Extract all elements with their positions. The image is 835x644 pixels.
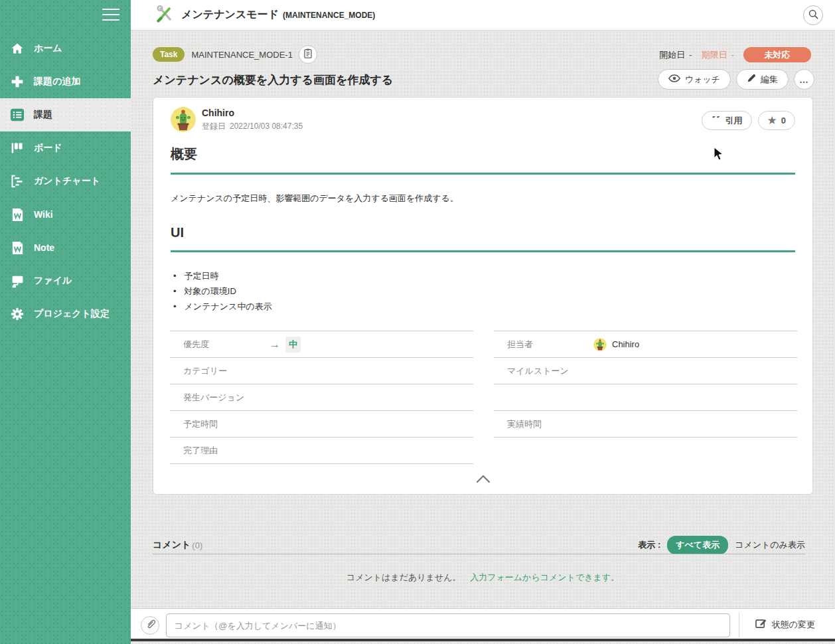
pencil-icon xyxy=(747,74,756,85)
sidebar: ホーム 課題の追加 課題 xyxy=(0,0,131,644)
clipboard-icon xyxy=(303,48,313,61)
more-button[interactable]: … xyxy=(794,69,814,90)
property-row-resolution: 完了理由 xyxy=(170,438,473,464)
property-row-assignee: 担当者 xyxy=(494,331,797,358)
eye-icon xyxy=(668,74,680,84)
sidebar-item-project-settings[interactable]: プロジェクト設定 xyxy=(0,297,131,331)
comments-filter: 表示 : すべて表示 コメントのみ表示 xyxy=(638,536,805,554)
sidebar-item-label: Wiki xyxy=(34,209,53,220)
sidebar-nav: ホーム 課題の追加 課題 xyxy=(0,32,131,331)
board-icon xyxy=(10,141,25,155)
issue-description-card: Chihiro 登録日2022/10/03 08:47:35 ” 引用 ★ 0 xyxy=(153,97,813,495)
author-block: Chihiro 登録日2022/10/03 08:47:35 xyxy=(202,107,303,132)
issue-type-badge: Task xyxy=(153,47,185,62)
card-actions: ” 引用 ★ 0 xyxy=(702,107,795,132)
properties-right-column: 担当者 xyxy=(494,331,797,464)
sidebar-item-wiki[interactable]: Wiki xyxy=(0,198,131,231)
sidebar-item-issues[interactable]: 課題 xyxy=(0,98,131,131)
watch-label: ウォッチ xyxy=(685,74,720,86)
author-avatar[interactable] xyxy=(171,107,196,132)
search-button[interactable] xyxy=(803,5,823,25)
overview-paragraph: メンテナンスの予定日時、影響範囲のデータを入力する画面を作成する。 xyxy=(171,193,795,204)
hamburger-menu-icon[interactable] xyxy=(102,9,119,22)
sidebar-item-home[interactable]: ホーム xyxy=(0,32,131,65)
property-row-estimated-hours: 予定時間 xyxy=(170,411,473,438)
filter-show-all-button[interactable]: すべて表示 xyxy=(667,536,728,554)
quote-button[interactable]: ” 引用 xyxy=(702,111,752,130)
comments-count: (0) xyxy=(192,540,202,550)
bullet-item: メンテナンス中の表示 xyxy=(173,301,272,311)
comment-form-link[interactable]: 入力フォームからコメントできます。 xyxy=(470,572,619,582)
section-heading-ui: UI xyxy=(171,225,795,240)
milestone-label: マイルストーン xyxy=(494,365,593,377)
status-badge[interactable]: 未対応 xyxy=(743,47,811,62)
star-button[interactable]: ★ 0 xyxy=(758,111,795,130)
comments-empty-state: コメントはまだありません。 入力フォームからコメントできます。 xyxy=(131,572,835,584)
home-icon xyxy=(10,41,25,56)
quote-icon: ” xyxy=(711,116,721,125)
assignee-value: Chihiro xyxy=(612,339,639,349)
issue-actions: ウォッチ 編集 … xyxy=(658,69,814,90)
due-date-value: - xyxy=(731,50,734,60)
issue-title-row: メンテナンスの概要を入力する画面を作成する ウォッチ xyxy=(153,69,814,90)
comment-input-bar: 状態の変更 xyxy=(131,608,835,641)
sidebar-item-label: プロジェクト設定 xyxy=(34,308,110,320)
app-window: ホーム 課題の追加 課題 xyxy=(0,0,835,644)
registered-row: 登録日2022/10/03 08:47:35 xyxy=(202,121,303,132)
star-icon: ★ xyxy=(767,115,777,126)
registered-label: 登録日 xyxy=(202,121,226,131)
properties-left-column: 優先度 → 中 カテゴリー 発生バージョン xyxy=(170,331,473,464)
status-change-label: 状態の変更 xyxy=(772,619,815,631)
sidebar-item-board[interactable]: ボード xyxy=(0,131,131,165)
properties-table: 優先度 → 中 カテゴリー 発生バージョン xyxy=(170,331,797,464)
empty-message: コメントはまだありません。 xyxy=(346,572,461,582)
property-row-priority: 優先度 → 中 xyxy=(170,331,473,358)
edit-button[interactable]: 編集 xyxy=(736,69,789,90)
estimated-hours-label: 予定時間 xyxy=(170,418,269,430)
assignee-avatar xyxy=(593,338,607,351)
note-document-icon xyxy=(10,240,25,255)
property-row-actual-hours: 実績時間 xyxy=(494,411,797,438)
sidebar-item-label: 課題 xyxy=(34,109,52,121)
filter-comments-only-button[interactable]: コメントのみ表示 xyxy=(735,539,805,551)
star-count: 0 xyxy=(781,116,786,125)
issue-detail-main: Task MAINTENANCE_MODE-1 開始日 - 期限日 - 未対応 xyxy=(131,31,835,644)
property-row-empty xyxy=(494,384,797,411)
gantt-chart-icon xyxy=(10,174,25,189)
issue-key-row: Task MAINTENANCE_MODE-1 開始日 - 期限日 - 未対応 xyxy=(153,45,813,64)
ellipsis-icon: … xyxy=(799,74,809,85)
chevron-up-icon xyxy=(476,474,491,486)
due-date-label: 期限日 xyxy=(702,49,727,61)
section-heading-overview: 概要 xyxy=(171,145,795,163)
watch-button[interactable]: ウォッチ xyxy=(658,69,731,90)
sidebar-item-gantt[interactable]: ガントチャート xyxy=(0,165,131,198)
ui-bullet-list: 予定日時 対象の環境ID メンテナンス中の表示 xyxy=(173,271,272,317)
issue-dates: 開始日 - 期限日 - 未対応 xyxy=(659,47,811,62)
category-label: カテゴリー xyxy=(170,365,269,377)
paperclip-icon xyxy=(145,619,155,632)
sidebar-item-label: ファイル xyxy=(34,275,72,287)
priority-arrow-icon: → xyxy=(269,339,280,351)
status-change-icon xyxy=(755,618,767,631)
bottom-strip xyxy=(131,639,835,641)
sidebar-item-note[interactable]: Note xyxy=(0,231,131,264)
search-icon xyxy=(808,9,819,23)
sidebar-item-add-issue[interactable]: 課題の追加 xyxy=(0,65,131,98)
bullet-item: 予定日時 xyxy=(173,271,272,281)
comment-input[interactable] xyxy=(166,613,730,637)
copy-key-button[interactable] xyxy=(299,45,317,64)
quote-label: 引用 xyxy=(725,115,743,127)
version-label: 発生バージョン xyxy=(170,392,269,404)
author-name: Chihiro xyxy=(202,108,303,118)
files-icon xyxy=(10,274,25,288)
attach-file-button[interactable] xyxy=(141,616,159,635)
card-header: Chihiro 登録日2022/10/03 08:47:35 ” 引用 ★ 0 xyxy=(171,107,795,132)
edit-label: 編集 xyxy=(761,74,778,86)
actual-hours-label: 実績時間 xyxy=(494,418,593,430)
sidebar-item-label: ガントチャート xyxy=(34,175,100,187)
sidebar-item-files[interactable]: ファイル xyxy=(0,264,131,297)
status-change-button[interactable]: 状態の変更 xyxy=(755,618,815,631)
plus-icon xyxy=(10,74,25,89)
gear-icon xyxy=(10,307,25,321)
collapse-card-button[interactable] xyxy=(153,471,812,489)
